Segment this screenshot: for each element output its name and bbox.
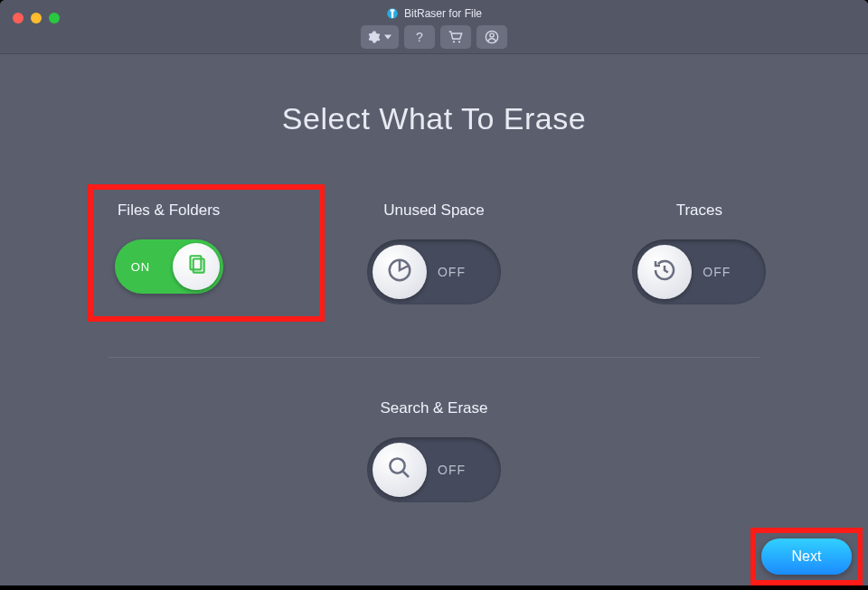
close-window-button[interactable] [13, 13, 24, 23]
svg-point-2 [458, 41, 460, 42]
titlebar: BitRaser for File ? [0, 0, 868, 54]
svg-point-8 [390, 458, 404, 473]
next-button[interactable]: Next [761, 538, 852, 575]
option-search-erase: Search & Erase OFF [316, 399, 552, 502]
toggle-knob [373, 443, 427, 497]
app-window: BitRaser for File ? [0, 0, 868, 585]
toggle-state-label: OFF [438, 265, 466, 279]
options-row-2: Search & Erase OFF [54, 399, 814, 502]
option-label: Files & Folders [118, 201, 220, 220]
toggle-unused-space[interactable]: OFF [367, 239, 501, 304]
page-title: Select What To Erase [54, 101, 814, 136]
window-title: BitRaser for File [386, 7, 482, 20]
divider [108, 357, 760, 358]
toggle-knob [637, 245, 692, 299]
pie-chart-icon [386, 257, 413, 287]
buy-button[interactable] [440, 25, 471, 49]
search-icon [386, 454, 413, 485]
svg-point-1 [453, 41, 455, 42]
user-icon [485, 30, 499, 44]
main-content: Select What To Erase Files & Folders ON [0, 54, 868, 502]
minimize-window-button[interactable] [31, 13, 42, 23]
option-label: Unused Space [383, 201, 485, 220]
toggle-knob [373, 245, 427, 299]
chevron-down-icon [384, 33, 392, 41]
option-traces: Traces OFF [585, 201, 814, 304]
gear-icon [368, 31, 381, 43]
files-icon [184, 253, 208, 280]
toggle-state-label: OFF [438, 463, 466, 477]
question-icon: ? [416, 30, 423, 44]
svg-point-4 [490, 33, 494, 37]
next-button-label: Next [792, 548, 822, 565]
option-label: Search & Erase [380, 399, 487, 417]
toggle-state-label: ON [131, 260, 151, 274]
toolbar: ? [361, 25, 507, 49]
history-icon [651, 257, 678, 287]
option-files-folders: Files & Folders ON [54, 201, 283, 304]
help-button[interactable]: ? [404, 25, 435, 49]
app-title-text: BitRaser for File [404, 7, 482, 20]
options-row-1: Files & Folders ON Unused Spac [54, 201, 814, 304]
toggle-traces[interactable]: OFF [632, 239, 766, 304]
account-button[interactable] [476, 25, 507, 49]
fullscreen-window-button[interactable] [49, 13, 60, 23]
option-unused-space: Unused Space OFF [319, 201, 548, 304]
toggle-files-folders[interactable]: ON [115, 239, 223, 294]
toggle-state-label: OFF [703, 265, 731, 279]
toggle-knob [173, 243, 220, 290]
option-label: Traces [676, 201, 722, 220]
settings-dropdown-button[interactable] [361, 25, 399, 49]
app-icon [386, 7, 399, 20]
window-controls [13, 13, 60, 23]
cart-icon [448, 31, 463, 43]
toggle-search-erase[interactable]: OFF [367, 437, 501, 502]
